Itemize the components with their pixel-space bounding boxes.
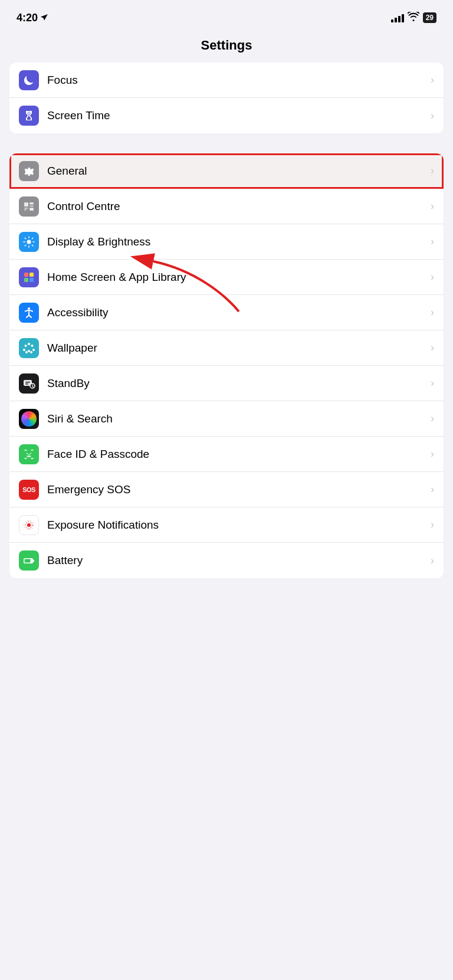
- controlcentre-label: Control Centre: [47, 200, 431, 213]
- settings-row-screentime[interactable]: Screen Time ›: [9, 98, 444, 133]
- display-chevron: ›: [431, 235, 434, 248]
- general-label: General: [47, 165, 431, 178]
- siri-label: Siri & Search: [47, 412, 431, 425]
- svg-point-16: [27, 523, 31, 527]
- exposure-icon: [19, 515, 39, 535]
- wallpaper-label: Wallpaper: [47, 342, 431, 355]
- signal-icon: [391, 13, 404, 22]
- accessibility-label: Accessibility: [47, 306, 431, 319]
- screentime-label: Screen Time: [47, 109, 431, 122]
- settings-row-general[interactable]: General ›: [9, 153, 444, 189]
- homescreen-icon: [19, 267, 39, 287]
- controlcentre-chevron: ›: [431, 200, 434, 212]
- faceid-icon: [19, 444, 39, 464]
- svg-rect-3: [24, 208, 28, 209]
- status-time: 4:20: [17, 12, 48, 24]
- svg-rect-21: [25, 559, 31, 563]
- sos-chevron: ›: [431, 483, 434, 496]
- page-title: Settings: [201, 38, 252, 53]
- svg-rect-15: [25, 384, 28, 385]
- status-icons: 29: [391, 12, 436, 24]
- homescreen-chevron: ›: [431, 271, 434, 283]
- accessibility-chevron: ›: [431, 306, 434, 319]
- settings-row-wallpaper[interactable]: Wallpaper ›: [9, 330, 444, 366]
- general-chevron: ›: [431, 165, 434, 177]
- battery-row-icon: [19, 550, 39, 571]
- svg-rect-2: [29, 205, 34, 207]
- exposure-chevron: ›: [431, 519, 434, 531]
- faceid-label: Face ID & Passcode: [47, 448, 431, 461]
- settings-row-faceid[interactable]: Face ID & Passcode ›: [9, 437, 444, 472]
- svg-rect-4: [24, 209, 27, 211]
- sos-icon: SOS: [19, 480, 39, 500]
- standby-label: StandBy: [47, 377, 431, 390]
- svg-rect-8: [29, 273, 34, 277]
- svg-point-11: [28, 307, 30, 310]
- battery-label: Battery: [47, 554, 431, 567]
- display-label: Display & Brightness: [47, 235, 431, 248]
- settings-group-1: Focus › Screen Time ›: [9, 63, 444, 133]
- sos-label: Emergency SOS: [47, 483, 431, 496]
- settings-group-2: General › Control Centre › Display & Bri…: [9, 153, 444, 578]
- accessibility-icon: [19, 303, 39, 323]
- settings-row-battery[interactable]: Battery ›: [9, 543, 444, 578]
- page-title-bar: Settings: [0, 32, 453, 63]
- svg-rect-1: [29, 202, 34, 205]
- battery-icon: 29: [423, 12, 436, 23]
- location-icon: [40, 14, 48, 22]
- focus-icon: [19, 70, 39, 90]
- exposure-label: Exposure Notifications: [47, 519, 431, 532]
- focus-chevron: ›: [431, 74, 434, 86]
- settings-row-homescreen[interactable]: Home Screen & App Library ›: [9, 260, 444, 295]
- settings-row-sos[interactable]: SOS Emergency SOS ›: [9, 472, 444, 507]
- battery-chevron: ›: [431, 555, 434, 567]
- wifi-icon: [408, 12, 419, 24]
- settings-row-exposure[interactable]: Exposure Notifications ›: [9, 507, 444, 543]
- display-icon: [19, 232, 39, 252]
- svg-rect-14: [25, 382, 30, 383]
- status-bar: 4:20 29: [0, 0, 453, 32]
- screentime-icon: [19, 106, 39, 126]
- general-icon: [19, 161, 39, 181]
- settings-row-controlcentre[interactable]: Control Centre ›: [9, 189, 444, 224]
- svg-rect-0: [24, 202, 28, 207]
- svg-rect-5: [29, 208, 34, 211]
- standby-chevron: ›: [431, 377, 434, 389]
- controlcentre-icon: [19, 196, 39, 217]
- svg-rect-7: [24, 273, 28, 277]
- wallpaper-chevron: ›: [431, 342, 434, 354]
- standby-icon: [19, 373, 39, 394]
- focus-label: Focus: [47, 74, 431, 87]
- settings-row-accessibility[interactable]: Accessibility ›: [9, 295, 444, 330]
- siri-chevron: ›: [431, 412, 434, 425]
- siri-icon: [19, 409, 39, 429]
- settings-row-display[interactable]: Display & Brightness ›: [9, 224, 444, 260]
- faceid-chevron: ›: [431, 448, 434, 460]
- screentime-chevron: ›: [431, 110, 434, 122]
- homescreen-label: Home Screen & App Library: [47, 271, 431, 284]
- settings-row-siri[interactable]: Siri & Search ›: [9, 401, 444, 437]
- wallpaper-icon: [19, 338, 39, 358]
- svg-rect-20: [33, 560, 34, 562]
- svg-point-6: [27, 240, 31, 244]
- settings-row-focus[interactable]: Focus ›: [9, 63, 444, 98]
- svg-rect-9: [24, 278, 28, 282]
- settings-row-standby[interactable]: StandBy ›: [9, 366, 444, 401]
- svg-rect-10: [29, 278, 34, 282]
